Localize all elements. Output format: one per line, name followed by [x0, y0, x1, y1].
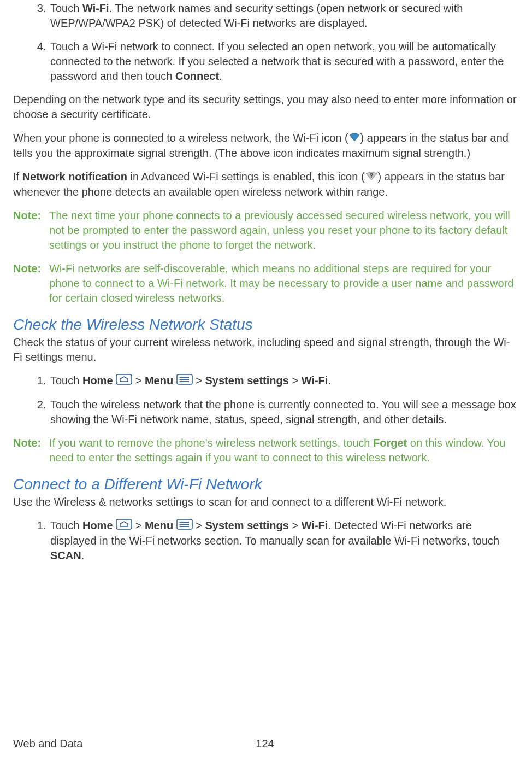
- home-bold: Home: [82, 519, 113, 531]
- network-notification-bold: Network notification: [22, 171, 127, 183]
- system-settings-bold: System settings: [205, 519, 288, 531]
- text: in Advanced Wi-Fi settings is enabled, t…: [127, 171, 365, 183]
- steps-list: Touch Wi-Fi. The network names and secur…: [13, 1, 517, 84]
- system-settings-bold: System settings: [205, 374, 288, 387]
- page-footer: Web and Data 124: [13, 736, 517, 751]
- menu-bold: Menu: [145, 519, 173, 531]
- wifi-signal-icon: [348, 131, 360, 146]
- connect-bold: Connect: [175, 70, 219, 82]
- note-label: Note:: [13, 436, 49, 465]
- note-1: Note: The next time your phone connects …: [13, 208, 517, 253]
- menu-bold: Menu: [145, 374, 173, 387]
- footer-section: Web and Data: [13, 736, 83, 751]
- text: Touch: [50, 2, 82, 14]
- paragraph-connected: When your phone is connected to a wirele…: [13, 131, 517, 161]
- document-page: Touch Wi-Fi. The network names and secur…: [0, 0, 532, 761]
- separator: >: [289, 519, 302, 531]
- svg-point-16: [179, 526, 180, 528]
- svg-point-14: [179, 522, 180, 523]
- text: .: [81, 549, 85, 561]
- text: If: [13, 171, 22, 183]
- svg-rect-1: [116, 374, 132, 384]
- note-3: Note: If you want to remove the phone's …: [13, 436, 517, 465]
- text: Touch a Wi-Fi network to connect. If you…: [50, 40, 504, 82]
- connect-steps-list: Touch Home > Menu > System settings > Wi…: [13, 518, 517, 563]
- svg-point-8: [179, 382, 180, 383]
- paragraph-check-intro: Check the status of your current wireles…: [13, 335, 517, 365]
- heading-connect-different: Connect to a Different Wi-Fi Network: [13, 474, 517, 495]
- home-icon: [116, 374, 132, 389]
- text: Touch: [50, 519, 82, 531]
- text: Touch: [50, 374, 82, 387]
- svg-point-6: [179, 377, 180, 378]
- page-number: 124: [256, 736, 274, 751]
- separator: >: [289, 374, 302, 387]
- note-body: If you want to remove the phone's wirele…: [49, 436, 517, 465]
- separator: >: [196, 519, 205, 531]
- note-label: Note:: [13, 261, 49, 306]
- home-bold: Home: [82, 374, 113, 387]
- separator: >: [135, 519, 145, 531]
- separator: >: [135, 374, 145, 387]
- scan-bold: SCAN: [50, 549, 81, 561]
- paragraph-depending: Depending on the network type and its se…: [13, 92, 517, 122]
- menu-icon: [176, 374, 193, 389]
- svg-text:?: ?: [370, 173, 373, 179]
- separator: >: [196, 374, 205, 387]
- check-step-1: Touch Home > Menu > System settings > Wi…: [49, 373, 517, 389]
- check-steps-list: Touch Home > Menu > System settings > Wi…: [13, 373, 517, 427]
- menu-icon: [176, 519, 193, 534]
- svg-rect-9: [116, 519, 132, 529]
- check-step-2: Touch the wireless network that the phon…: [49, 397, 517, 427]
- paragraph-notification: If Network notification in Advanced Wi-F…: [13, 169, 517, 200]
- step-3: Touch Wi-Fi. The network names and secur…: [49, 1, 517, 31]
- wifi-bold: Wi-Fi: [302, 374, 328, 387]
- heading-check-status: Check the Wireless Network Status: [13, 314, 517, 335]
- text: .: [219, 70, 222, 82]
- wifi-question-icon: ?: [365, 170, 378, 185]
- forget-bold: Forget: [373, 437, 407, 449]
- text: Touch the wireless network that the phon…: [50, 399, 516, 425]
- note-label: Note:: [13, 208, 49, 253]
- connect-step-1: Touch Home > Menu > System settings > Wi…: [49, 518, 517, 563]
- text: .: [328, 374, 331, 387]
- note-body: The next time your phone connects to a p…: [49, 208, 517, 253]
- text: . The network names and security setting…: [50, 2, 463, 29]
- paragraph-connect-intro: Use the Wireless & networks settings to …: [13, 495, 517, 510]
- text: If you want to remove the phone's wirele…: [49, 437, 373, 449]
- step-4: Touch a Wi-Fi network to connect. If you…: [49, 39, 517, 84]
- text: When your phone is connected to a wirele…: [13, 132, 348, 144]
- note-body: Wi-Fi networks are self-discoverable, wh…: [49, 261, 517, 306]
- wifi-bold: Wi-Fi: [82, 2, 109, 14]
- svg-point-15: [179, 524, 180, 525]
- wifi-bold: Wi-Fi: [302, 519, 328, 531]
- note-2: Note: Wi-Fi networks are self-discoverab…: [13, 261, 517, 306]
- home-icon: [116, 519, 132, 534]
- svg-point-7: [179, 379, 180, 380]
